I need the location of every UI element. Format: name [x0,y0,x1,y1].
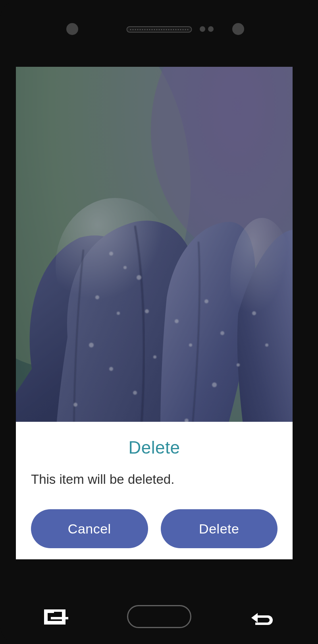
svg-rect-33 [51,617,68,619]
dialog-title: Delete [31,438,278,458]
camera-icon [66,23,78,35]
dialog-message: This item will be deleted. [31,472,278,487]
screen-viewport: Delete This item will be deleted. Cancel… [16,67,293,559]
delete-button[interactable]: Delete [161,509,278,548]
device-bottom-hardware [0,603,318,631]
recent-apps-icon[interactable] [44,608,69,627]
camera-icon [232,23,244,35]
device-top-hardware [0,21,318,37]
delete-dialog: Delete This item will be deleted. Cancel… [16,422,293,559]
sensor-icon [200,26,205,32]
svg-rect-31 [45,621,64,623]
dialog-actions: Cancel Delete [31,509,278,548]
sensor-icon [208,26,214,32]
cancel-button[interactable]: Cancel [31,509,148,548]
back-icon[interactable] [243,609,274,628]
home-button[interactable] [127,605,191,628]
earpiece-icon [126,26,192,33]
device-frame: Delete This item will be deleted. Cancel… [0,0,318,644]
